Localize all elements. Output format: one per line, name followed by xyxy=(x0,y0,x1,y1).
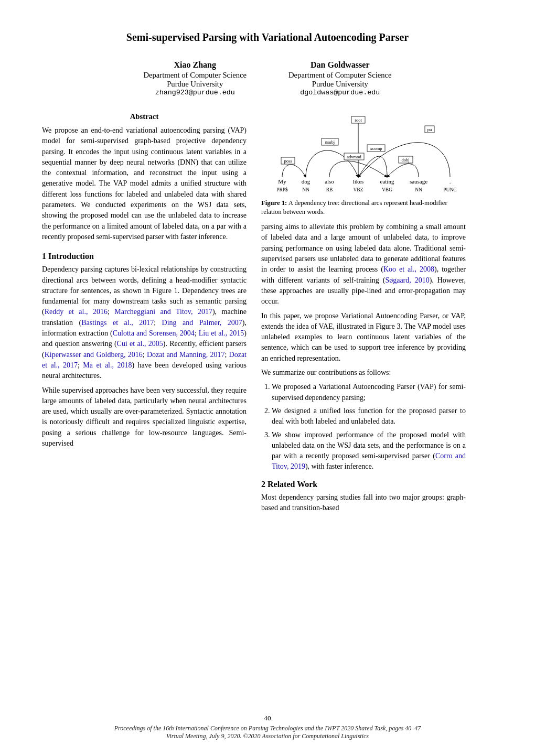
dep-tree-svg: My dog also likes eating sausage . PRP$ … xyxy=(261,115,466,197)
abstract-section: Abstract We propose an end-to-end variat… xyxy=(42,112,247,242)
svg-text:VBZ: VBZ xyxy=(354,187,363,192)
ref-corro[interactable]: Corro and Titov, 2019 xyxy=(272,452,466,470)
ref-kiperwasser[interactable]: Kiperwasser and Goldberg, 2016 xyxy=(45,351,143,359)
svg-text:nsubj: nsubj xyxy=(325,139,335,145)
ref-ma[interactable]: Ma et al., 2018 xyxy=(83,361,132,369)
author-block-2: Dan Goldwasser Department of Computer Sc… xyxy=(288,60,392,96)
left-column: Abstract We propose an end-to-end variat… xyxy=(42,112,247,517)
footer: 40 Proceedings of the 16th International… xyxy=(0,714,535,740)
footer-proceedings: Proceedings of the 16th International Co… xyxy=(0,725,535,740)
svg-text:advmod: advmod xyxy=(347,154,361,159)
abstract-text: We propose an end-to-end variational aut… xyxy=(42,125,247,242)
svg-text:NN: NN xyxy=(415,187,422,192)
abstract-title: Abstract xyxy=(42,112,247,121)
ref-ding[interactable]: Ding and Palmer, 2007 xyxy=(162,319,242,327)
authors-row: Xiao Zhang Department of Computer Scienc… xyxy=(42,60,493,96)
contributions-list: We proposed a Variational Autoencoding P… xyxy=(272,382,466,472)
svg-text:PUNC: PUNC xyxy=(443,187,456,192)
right-p2: In this paper, we propose Variational Au… xyxy=(261,311,466,364)
section2-p1: Most dependency parsing studies fall int… xyxy=(261,492,466,514)
svg-text:VBG: VBG xyxy=(382,187,392,192)
section1-p2: While supervised approaches have been ve… xyxy=(42,385,247,449)
figure1-caption: Figure 1: A dependency tree: directional… xyxy=(261,199,466,217)
svg-text:dog: dog xyxy=(302,178,311,185)
svg-text:likes: likes xyxy=(353,178,364,185)
right-p3: We summarize our contributions as follow… xyxy=(261,368,466,378)
figure1: My dog also likes eating sausage . PRP$ … xyxy=(261,115,466,217)
section1-p1: Dependency parsing captures bi-lexical r… xyxy=(42,264,247,381)
page-number: 40 xyxy=(0,714,535,722)
svg-text:poss: poss xyxy=(284,158,292,164)
ref-koo[interactable]: Koo et al., 2008 xyxy=(383,265,434,273)
contrib-2: We designed a unified loss function for … xyxy=(272,406,466,427)
svg-text:dobj: dobj xyxy=(401,157,409,163)
section2-title: 2 Related Work xyxy=(261,480,466,489)
svg-text:eating: eating xyxy=(380,178,394,185)
svg-text:sausage: sausage xyxy=(410,178,427,185)
contrib-3: We show improved performance of the prop… xyxy=(272,430,466,472)
right-column: My dog also likes eating sausage . PRP$ … xyxy=(261,112,466,517)
svg-text:xcomp: xcomp xyxy=(370,146,382,151)
footer-meeting: Virtual Meeting, July 9, 2020. ©2020 Ass… xyxy=(166,732,369,740)
svg-text:PRP$: PRP$ xyxy=(276,187,288,192)
author2-name: Dan Goldwasser xyxy=(288,60,392,70)
ref-reddy[interactable]: Reddy et al., 2016 xyxy=(45,308,108,316)
author2-dept: Department of Computer Science xyxy=(288,71,392,80)
ref-liu[interactable]: Liu et al., 2015 xyxy=(199,329,244,337)
svg-text:root: root xyxy=(355,117,362,123)
ref-marcheggiani[interactable]: Marcheggiani and Titov, 2017 xyxy=(114,308,212,316)
ref-sogaard[interactable]: Søgaard, 2010 xyxy=(385,276,429,284)
svg-text:also: also xyxy=(325,178,334,185)
author1-name: Xiao Zhang xyxy=(143,60,247,70)
svg-text:My: My xyxy=(278,178,286,185)
author-block-1: Xiao Zhang Department of Computer Scienc… xyxy=(143,60,247,96)
author1-univ: Purdue University xyxy=(143,80,247,89)
svg-text:RB: RB xyxy=(326,187,333,192)
ref-bastings[interactable]: Bastings et al., 2017 xyxy=(81,319,154,327)
svg-text:pu: pu xyxy=(427,127,432,132)
ref-culotta[interactable]: Culotta and Sorensen, 2004 xyxy=(113,329,195,337)
svg-text:NN: NN xyxy=(302,187,309,192)
author2-univ: Purdue University xyxy=(288,80,392,89)
contrib-1: We proposed a Variational Autoencoding P… xyxy=(272,382,466,403)
author2-email: dgoldwas@purdue.edu xyxy=(288,89,392,96)
author1-email: zhang923@purdue.edu xyxy=(143,89,247,96)
svg-text:.: . xyxy=(450,178,451,185)
section1-title: 1 Introduction xyxy=(42,252,247,261)
right-p1: parsing aims to alleviate this problem b… xyxy=(261,222,466,307)
paper-title: Semi-supervised Parsing with Variational… xyxy=(42,31,493,44)
ref-dozat-manning[interactable]: Dozat and Manning, 2017 xyxy=(147,351,224,359)
author1-dept: Department of Computer Science xyxy=(143,71,247,80)
ref-cui[interactable]: Cui et al., 2005 xyxy=(117,340,163,348)
